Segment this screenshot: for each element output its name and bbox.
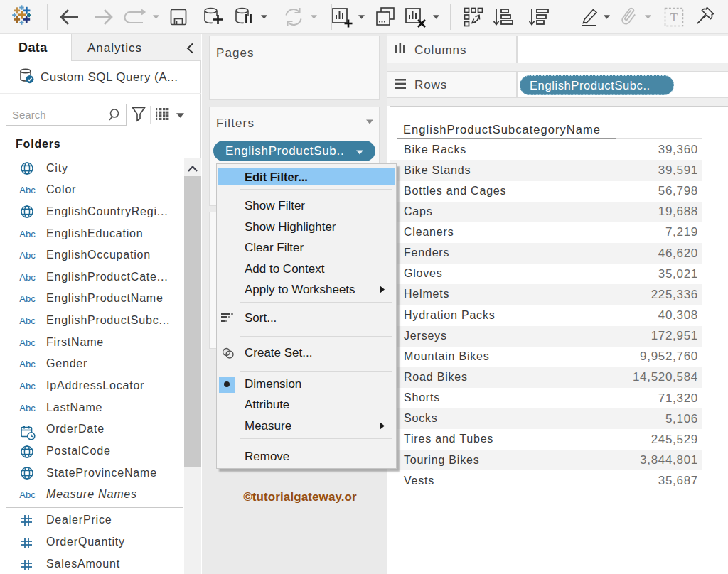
svg-text:T: T	[670, 11, 678, 24]
